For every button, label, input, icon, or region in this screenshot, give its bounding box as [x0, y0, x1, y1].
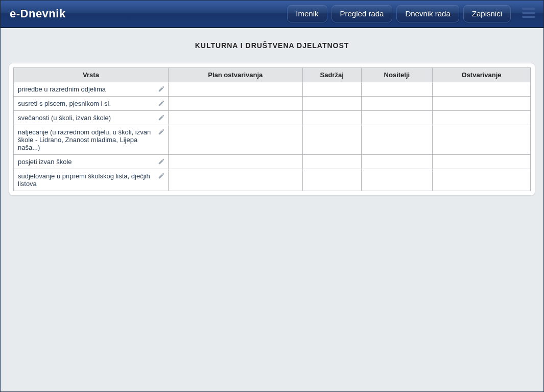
nav-zapisnici[interactable]: Zapisnici — [463, 5, 511, 22]
edit-icon[interactable] — [158, 85, 165, 93]
cell-plan[interactable] — [168, 169, 302, 191]
nav-pregled-rada[interactable]: Pregled rada — [332, 5, 393, 22]
vrsta-text: sudjelovanje u pripremi školskog lista, … — [18, 172, 150, 188]
cell-nositelji[interactable] — [361, 111, 432, 125]
cell-sadrzaj[interactable] — [302, 97, 361, 111]
page-container: KULTURNA I DRUŠTVENA DJELATNOST Vrsta Pl… — [1, 28, 543, 196]
col-header-plan: Plan ostvarivanja — [168, 68, 302, 82]
vrsta-text: natjecanje (u razrednom odjelu, u školi,… — [18, 128, 151, 151]
cell-plan[interactable] — [168, 155, 302, 169]
table-header-row: Vrsta Plan ostvarivanja Sadržaj Nositelj… — [14, 68, 531, 82]
app-header: e-Dnevnik Imenik Pregled rada Dnevnik ra… — [1, 1, 543, 28]
cell-plan[interactable] — [168, 125, 302, 155]
menu-icon[interactable] — [522, 8, 535, 18]
edit-icon[interactable] — [158, 172, 165, 179]
edit-icon[interactable] — [158, 158, 165, 165]
table-row: posjeti izvan škole — [14, 155, 531, 169]
cell-nositelji[interactable] — [361, 125, 432, 155]
main-nav: Imenik Pregled rada Dnevnik rada Zapisni… — [287, 5, 511, 22]
cell-nositelji[interactable] — [361, 155, 432, 169]
col-header-ostvarivanje: Ostvarivanje — [433, 68, 531, 82]
cell-sadrzaj[interactable] — [302, 169, 361, 191]
vrsta-text: susreti s piscem, pjesnikom i sl. — [18, 100, 111, 107]
cell-nositelji[interactable] — [361, 82, 432, 97]
table-row: natjecanje (u razrednom odjelu, u školi,… — [14, 125, 531, 155]
cell-vrsta: posjeti izvan škole — [14, 155, 169, 169]
cell-vrsta: priredbe u razrednim odjelima — [14, 82, 169, 97]
table-row: susreti s piscem, pjesnikom i sl. — [14, 97, 531, 111]
cell-ostvarivanje[interactable] — [433, 155, 531, 169]
cell-sadrzaj[interactable] — [302, 111, 361, 125]
table-row: priredbe u razrednim odjelima — [14, 82, 531, 97]
vrsta-text: svečanosti (u školi, izvan škole) — [18, 114, 111, 122]
cell-nositelji[interactable] — [361, 169, 432, 191]
edit-icon[interactable] — [158, 100, 165, 107]
cell-ostvarivanje[interactable] — [433, 125, 531, 155]
cell-plan[interactable] — [168, 82, 302, 97]
cell-plan[interactable] — [168, 97, 302, 111]
cell-vrsta: susreti s piscem, pjesnikom i sl. — [14, 97, 169, 111]
nav-dnevnik-rada[interactable]: Dnevnik rada — [396, 5, 459, 22]
vrsta-text: posjeti izvan škole — [18, 158, 72, 166]
activity-table: Vrsta Plan ostvarivanja Sadržaj Nositelj… — [13, 67, 531, 191]
table-panel: Vrsta Plan ostvarivanja Sadržaj Nositelj… — [9, 63, 535, 196]
cell-nositelji[interactable] — [361, 97, 432, 111]
cell-sadrzaj[interactable] — [302, 155, 361, 169]
vrsta-text: priredbe u razrednim odjelima — [18, 85, 106, 93]
cell-vrsta: sudjelovanje u pripremi školskog lista, … — [14, 169, 169, 191]
edit-icon[interactable] — [158, 114, 165, 121]
cell-ostvarivanje[interactable] — [433, 82, 531, 97]
cell-vrsta: svečanosti (u školi, izvan škole) — [14, 111, 169, 125]
nav-imenik[interactable]: Imenik — [287, 5, 327, 22]
col-header-sadrzaj: Sadržaj — [302, 68, 361, 82]
cell-ostvarivanje[interactable] — [433, 97, 531, 111]
col-header-nositelji: Nositelji — [361, 68, 432, 82]
cell-sadrzaj[interactable] — [302, 82, 361, 97]
cell-vrsta: natjecanje (u razrednom odjelu, u školi,… — [14, 125, 169, 155]
cell-sadrzaj[interactable] — [302, 125, 361, 155]
cell-plan[interactable] — [168, 111, 302, 125]
table-row: svečanosti (u školi, izvan škole) — [14, 111, 531, 125]
cell-ostvarivanje[interactable] — [433, 169, 531, 191]
col-header-vrsta: Vrsta — [14, 68, 169, 82]
page-title: KULTURNA I DRUŠTVENA DJELATNOST — [1, 41, 543, 50]
app-brand: e-Dnevnik — [10, 7, 66, 20]
table-row: sudjelovanje u pripremi školskog lista, … — [14, 169, 531, 191]
cell-ostvarivanje[interactable] — [433, 111, 531, 125]
edit-icon[interactable] — [158, 128, 165, 135]
